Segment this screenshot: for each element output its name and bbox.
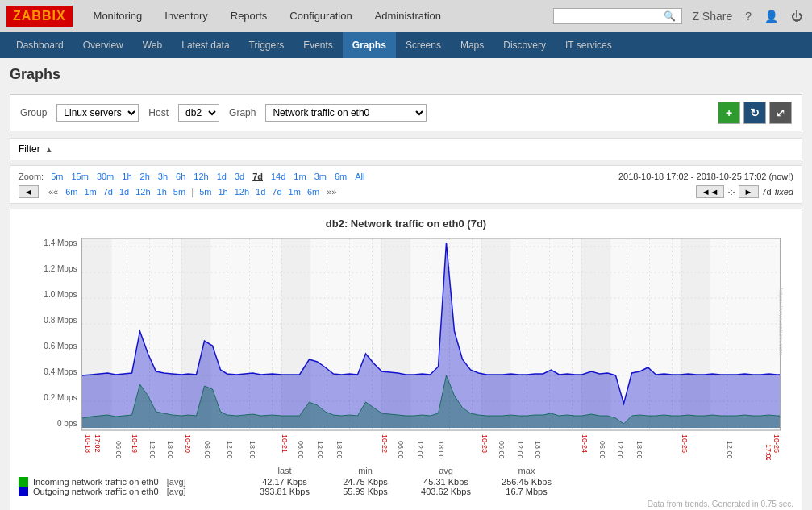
incoming-max: 256.45 Kbps [486, 477, 567, 487]
nav-next-1h[interactable]: 1h [216, 186, 231, 197]
svg-text:10-23: 10-23 [481, 434, 489, 453]
search-icon[interactable]: 🔍 [664, 10, 676, 22]
legend-header: last min avg max [19, 466, 793, 475]
legend-header-name [19, 466, 244, 475]
nav-next-12h[interactable]: 12h [232, 186, 252, 197]
tab-events[interactable]: Events [294, 32, 343, 58]
graph-select[interactable]: Network traffic on eth0 [265, 104, 427, 122]
legend-col-avg: avg [406, 466, 486, 475]
tab-overview[interactable]: Overview [73, 32, 133, 58]
nav-next-1d[interactable]: 1d [253, 186, 268, 197]
nav-next-5m[interactable]: 5m [197, 186, 214, 197]
zoom-30m[interactable]: 30m [94, 171, 116, 182]
prev-button[interactable]: ◄ [19, 185, 39, 198]
zoom-7d[interactable]: 7d [250, 171, 265, 182]
graph-svg: 1.4 Mbps 1.2 Mbps 1.0 Mbps 0.8 Mbps 0.6 … [19, 234, 793, 460]
nav-prev-5m[interactable]: 5m [171, 186, 188, 197]
legend-row-incoming: Incoming network traffic on eth0 [avg] 4… [19, 477, 793, 487]
svg-text:1.0 Mbps: 1.0 Mbps [44, 290, 77, 299]
nav-right: ◄◄ ·:· ► 7d fixed [696, 185, 793, 198]
nav-prev-12h[interactable]: 12h [133, 186, 152, 197]
separator-colon: ·:· [727, 187, 735, 197]
zoom-2h[interactable]: 2h [138, 171, 152, 182]
search-input[interactable] [559, 10, 664, 22]
incoming-name: Incoming network traffic on eth0 [33, 477, 159, 487]
nav-reports[interactable]: Reports [219, 0, 279, 32]
tab-latest-data[interactable]: Latest data [172, 32, 239, 58]
svg-text:18:00: 18:00 [534, 441, 542, 459]
svg-text:12:00: 12:00 [316, 441, 324, 459]
svg-text:10-18: 10-18 [84, 434, 92, 453]
group-select[interactable]: Linux servers [56, 104, 139, 122]
zoom-3d[interactable]: 3d [232, 171, 247, 182]
tab-discovery[interactable]: Discovery [493, 32, 556, 58]
zoom-6h[interactable]: 6h [173, 171, 188, 182]
tab-screens[interactable]: Screens [396, 32, 451, 58]
nav-configuration[interactable]: Configuration [278, 0, 363, 32]
zoom-14d[interactable]: 14d [269, 171, 288, 182]
tab-triggers[interactable]: Triggers [239, 32, 294, 58]
zoom-5m[interactable]: 5m [48, 171, 65, 182]
zoom-1h[interactable]: 1h [119, 171, 134, 182]
outgoing-max: 16.7 Mbps [486, 487, 567, 496]
next-all[interactable]: »» [327, 187, 336, 197]
svg-text:06:00: 06:00 [397, 441, 405, 459]
nav-inventory[interactable]: Inventory [153, 0, 219, 32]
share-button[interactable]: Z Share [689, 6, 735, 26]
zoom-6m[interactable]: 6m [332, 171, 349, 182]
svg-text:06:00: 06:00 [598, 441, 606, 459]
power-button[interactable]: ⏻ [788, 6, 806, 26]
nav-administration[interactable]: Administration [364, 0, 452, 32]
outgoing-min: 55.99 Kbps [325, 487, 406, 496]
nav-next-6m[interactable]: 6m [305, 186, 322, 197]
zoom-12h[interactable]: 12h [191, 171, 210, 182]
tab-dashboard[interactable]: Dashboard [6, 32, 73, 58]
svg-text:17:02: 17:02 [94, 434, 102, 453]
expand-button[interactable]: ⤢ [769, 102, 792, 124]
prev-all[interactable]: «« [48, 187, 58, 197]
tab-graphs[interactable]: Graphs [343, 32, 396, 58]
zoom-section: Zoom: 5m 15m 30m 1h 2h 3h 6h 12h 1d 3d 7… [10, 165, 802, 204]
nav-row: ◄ «« 6m 1m 7d 1d 12h 1h 5m | 5m 1h 12h 1… [19, 185, 793, 198]
zoom-label: Zoom: [19, 172, 44, 181]
add-button[interactable]: + [718, 102, 740, 124]
refresh-button[interactable]: ↻ [743, 102, 766, 124]
tab-it-services[interactable]: IT services [556, 32, 622, 58]
zoom-3h[interactable]: 3h [156, 171, 170, 182]
zoom-15m[interactable]: 15m [69, 171, 90, 182]
svg-text:0.4 Mbps: 0.4 Mbps [44, 367, 77, 376]
svg-text:18:00: 18:00 [437, 441, 445, 459]
nav-btn-prev2[interactable]: ◄◄ [696, 185, 725, 198]
action-buttons: + ↻ ⤢ [718, 102, 792, 124]
nav-btn-next2[interactable]: ► [739, 185, 759, 198]
nav-prev-6m[interactable]: 6m [63, 186, 80, 197]
zoom-1d[interactable]: 1d [214, 171, 229, 182]
nav-prev-1d[interactable]: 1d [117, 186, 131, 197]
help-button[interactable]: ? [742, 6, 755, 26]
top-nav-links: Monitoring Inventory Reports Configurati… [82, 0, 554, 32]
graph-label: Graph [229, 107, 256, 118]
nav-monitoring[interactable]: Monitoring [82, 0, 154, 32]
main-content: Graphs Group Linux servers Host db2 Grap… [0, 58, 812, 510]
incoming-avg-type: [avg] [167, 477, 186, 487]
outgoing-avg-type: [avg] [167, 487, 186, 496]
host-select[interactable]: db2 [178, 104, 219, 122]
tab-web[interactable]: Web [133, 32, 172, 58]
filter-toggle[interactable]: Filter ▲ [19, 142, 793, 156]
nav-prev-7d[interactable]: 7d [101, 186, 115, 197]
tab-maps[interactable]: Maps [451, 32, 493, 58]
nav-prev-1h[interactable]: 1h [155, 186, 169, 197]
zoom-3m[interactable]: 3m [312, 171, 329, 182]
nav-next-7d[interactable]: 7d [269, 186, 284, 197]
svg-text:12:00: 12:00 [516, 441, 524, 459]
incoming-min: 24.75 Kbps [325, 477, 406, 487]
svg-text:18:00: 18:00 [248, 441, 256, 459]
nav-prev-1m[interactable]: 1m [81, 186, 98, 197]
svg-text:06:00: 06:00 [498, 441, 506, 459]
incoming-last: 42.17 Kbps [244, 477, 325, 487]
user-icon[interactable]: 👤 [761, 6, 781, 26]
zoom-all[interactable]: All [352, 171, 367, 182]
nav-next-1m[interactable]: 1m [286, 186, 303, 197]
zoom-1m[interactable]: 1m [291, 171, 308, 182]
outgoing-color [19, 487, 28, 496]
